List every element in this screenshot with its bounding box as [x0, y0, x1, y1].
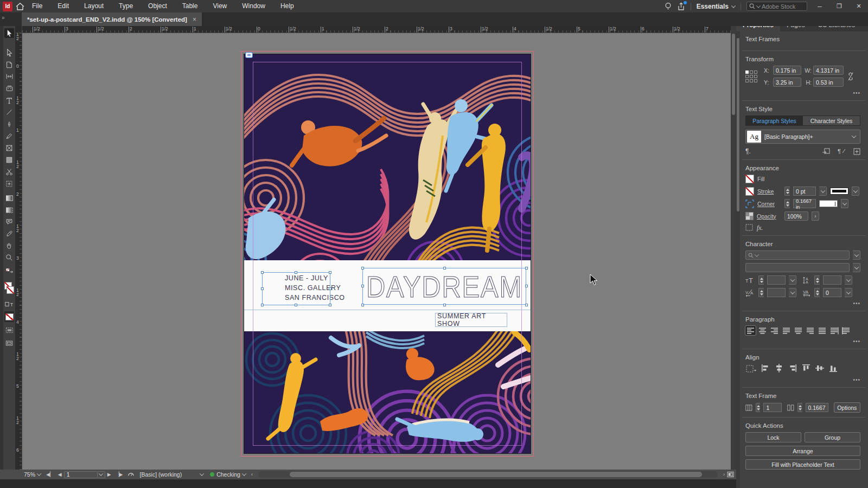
close-button[interactable]: ✕ — [852, 0, 866, 12]
align-toward-spine-button[interactable] — [829, 326, 839, 335]
fill-swatch-none[interactable] — [4, 282, 14, 295]
scrollbar-thumb[interactable] — [737, 38, 739, 211]
share-icon[interactable] — [677, 2, 685, 11]
frame-handle[interactable] — [361, 304, 364, 306]
stroke-style-swatch[interactable] — [830, 188, 848, 195]
gap-tool[interactable] — [4, 72, 14, 81]
menu-layout[interactable]: Layout — [76, 0, 111, 12]
y-input[interactable]: 3.25 in — [773, 78, 801, 87]
corner-radius-input[interactable]: 0.1667 in — [793, 199, 816, 208]
frame-handle[interactable] — [443, 304, 446, 306]
style-override-icon[interactable]: ¶ — [838, 148, 846, 155]
stroke-weight-stepper[interactable] — [784, 187, 790, 196]
frame-handle[interactable] — [329, 287, 331, 290]
pilcrow-icon[interactable]: ¶. — [745, 147, 751, 155]
stroke-link[interactable]: Stroke — [757, 188, 781, 195]
direct-selection-tool[interactable] — [4, 48, 14, 57]
justify-last-right-button[interactable] — [805, 326, 815, 335]
stroke-style-dropdown[interactable] — [852, 187, 859, 196]
font-size-dropdown[interactable] — [789, 275, 796, 285]
page-number-input[interactable]: 1 — [64, 471, 98, 478]
menu-file[interactable]: File — [24, 0, 50, 12]
menu-table[interactable]: Table — [175, 0, 206, 12]
screen-mode-icon[interactable] — [4, 325, 14, 335]
align-right-button[interactable] — [769, 326, 780, 335]
content-collector-tool[interactable] — [4, 84, 14, 93]
home-icon[interactable] — [16, 3, 24, 10]
columns-stepper[interactable] — [756, 403, 761, 412]
align-left-edges-button[interactable] — [761, 364, 770, 374]
rectangle-frame-tool[interactable] — [4, 143, 14, 153]
title-text-frame[interactable] — [362, 268, 526, 305]
stroke-swatch-icon[interactable] — [745, 187, 754, 196]
reference-point-grid[interactable] — [745, 70, 757, 82]
kerning-stepper[interactable] — [758, 288, 764, 297]
align-horizontal-centers-button[interactable] — [775, 364, 783, 374]
dates-text-frame[interactable] — [262, 272, 330, 305]
tab-close-icon[interactable]: × — [193, 16, 196, 23]
frame-handle[interactable] — [261, 287, 264, 290]
frame-handle[interactable] — [361, 285, 364, 287]
leading-dropdown[interactable] — [845, 275, 852, 285]
text-frame-options-button[interactable]: Options — [834, 402, 861, 413]
frame-handle[interactable] — [329, 271, 331, 274]
justify-all-button[interactable] — [817, 326, 827, 335]
scissors-tool[interactable] — [4, 167, 14, 177]
preview-mode-icon[interactable] — [4, 338, 14, 348]
adobe-stock-search[interactable]: Adobe Stock — [746, 2, 807, 11]
page-number-dropdown[interactable] — [98, 471, 105, 478]
preflight-status[interactable]: Checking — [207, 471, 249, 478]
menu-type[interactable]: Type — [111, 0, 141, 12]
align-away-from-spine-button[interactable] — [841, 326, 851, 335]
frame-handle[interactable] — [295, 304, 297, 306]
menu-help[interactable]: Help — [273, 0, 302, 12]
stroke-weight-dropdown[interactable] — [819, 187, 827, 196]
panel-scrollbar[interactable] — [736, 31, 740, 488]
create-style-icon[interactable] — [853, 148, 860, 155]
character-more-options[interactable]: ••• — [745, 300, 860, 306]
font-style-dropdown[interactable] — [853, 263, 860, 272]
zoom-tool[interactable] — [4, 253, 14, 262]
effects-fx-button[interactable]: fx. — [757, 224, 763, 231]
zoom-level-select[interactable]: 75% — [21, 471, 44, 478]
last-page-button[interactable]: ▕▶ — [113, 472, 125, 477]
h-input[interactable]: 0.53 in — [813, 78, 844, 87]
corner-shape-swatch[interactable] — [819, 200, 838, 207]
w-input[interactable]: 4.1317 in — [813, 66, 844, 75]
menu-edit[interactable]: Edit — [50, 0, 76, 12]
split-view-icon[interactable] — [727, 471, 734, 478]
align-bottom-edges-button[interactable] — [829, 364, 838, 374]
scrollbar-thumb[interactable] — [732, 34, 735, 115]
corner-shape-dropdown[interactable] — [841, 199, 848, 208]
restore-button[interactable]: ❐ — [832, 0, 846, 12]
font-size-input[interactable] — [767, 275, 786, 285]
kerning-input[interactable] — [767, 288, 786, 297]
tracking-dropdown[interactable] — [845, 288, 852, 297]
align-vertical-centers-button[interactable] — [815, 364, 824, 374]
tab-paragraph-styles[interactable]: Paragraph Styles — [746, 116, 803, 125]
constrain-proportions-icon[interactable] — [847, 72, 854, 81]
opacity-link[interactable]: Opacity — [757, 213, 781, 220]
tracking-stepper[interactable] — [814, 288, 820, 297]
frame-handle[interactable] — [443, 267, 446, 269]
stroke-weight-input[interactable]: 0 pt — [793, 187, 816, 196]
pencil-tool[interactable] — [4, 131, 14, 141]
kerning-dropdown[interactable] — [789, 288, 796, 297]
default-fill-stroke-icon[interactable] — [4, 266, 14, 276]
columns-input[interactable]: 1 — [763, 403, 782, 412]
tab-character-styles[interactable]: Character Styles — [803, 116, 860, 125]
align-right-edges-button[interactable] — [788, 364, 797, 374]
gradient-feather-tool[interactable] — [4, 205, 14, 215]
align-left-button[interactable] — [745, 326, 756, 335]
scroll-left-arrow[interactable]: ‹ — [249, 472, 255, 477]
opacity-expand-button[interactable]: › — [812, 211, 819, 221]
corner-radius-stepper[interactable] — [784, 199, 790, 208]
line-tool[interactable] — [4, 107, 14, 117]
menu-window[interactable]: Window — [234, 0, 273, 12]
paragraph-style-select[interactable]: Ag [Basic Paragraph]+ — [745, 130, 860, 144]
lock-button[interactable]: Lock — [745, 432, 801, 442]
gutter-input[interactable]: 0.1667 — [806, 403, 828, 412]
menu-object[interactable]: Object — [141, 0, 175, 12]
tracking-input[interactable]: 0 — [823, 288, 841, 297]
document-canvas[interactable]: JUNE - JULY MISC. GALLERY SAN FRANCISCO … — [22, 33, 731, 470]
